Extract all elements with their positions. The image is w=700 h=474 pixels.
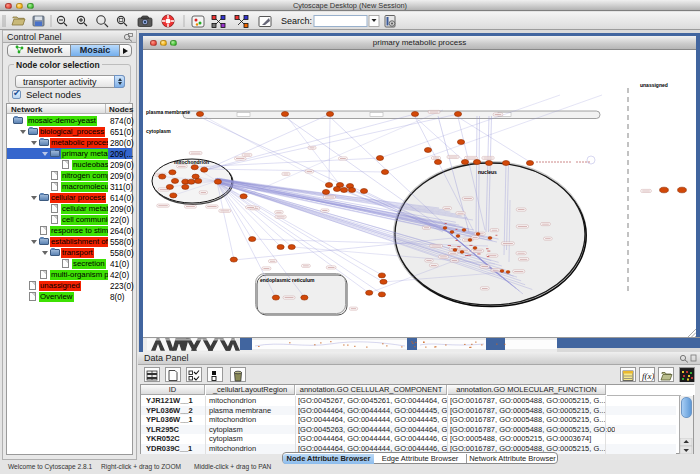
svg-text:mitochondrion: mitochondrion: [174, 159, 209, 165]
svg-text:nucleus: nucleus: [478, 169, 497, 175]
svg-text:unassigned: unassigned: [640, 82, 668, 88]
svg-text:endoplasmic reticulum: endoplasmic reticulum: [260, 277, 315, 283]
svg-text:plasma membrane: plasma membrane: [146, 109, 190, 115]
svg-text:cytoplasm: cytoplasm: [146, 128, 171, 134]
svg-text:f(x): f(x): [642, 371, 654, 381]
svg-text:Search:: Search:: [281, 16, 312, 26]
